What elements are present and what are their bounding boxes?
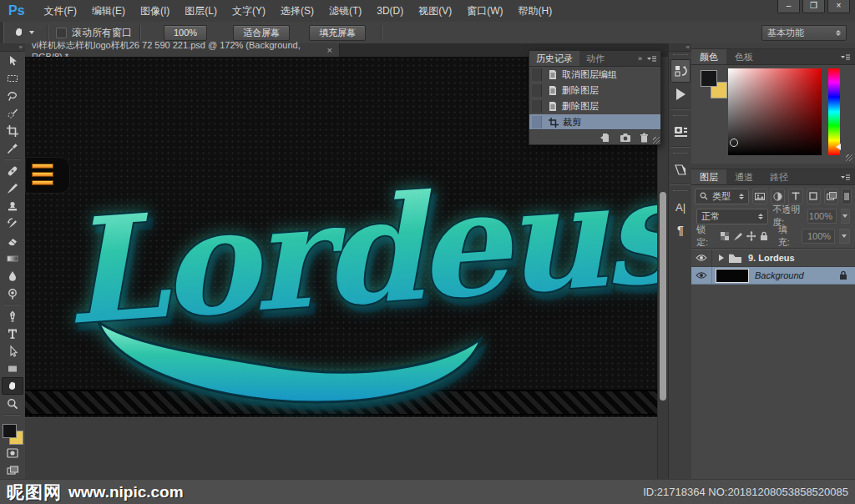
paragraph-panel-button[interactable]: ¶ <box>670 219 691 242</box>
rectangular-marquee-tool[interactable] <box>2 69 23 87</box>
history-source-checkbox[interactable] <box>532 100 542 113</box>
color-picker-marker[interactable] <box>730 139 738 147</box>
filter-type-select[interactable]: 类型 <box>695 189 749 204</box>
tools-collapse-handle[interactable]: » <box>0 43 25 52</box>
menu-layer[interactable]: 图层(L) <box>177 0 225 22</box>
dodge-tool[interactable] <box>2 285 23 302</box>
history-step[interactable]: 删除图层 <box>529 83 660 98</box>
history-step[interactable]: 取消图层编组 <box>529 67 660 83</box>
dock-drag-handle[interactable] <box>673 115 688 118</box>
workspace-selector[interactable]: 基本功能 <box>761 25 847 41</box>
layer-thumbnail[interactable] <box>716 269 749 283</box>
panel-drag-strip[interactable] <box>691 43 855 49</box>
history-panel-button[interactable] <box>670 59 691 83</box>
filter-toggle-switch[interactable] <box>842 189 852 204</box>
gradient-tool[interactable] <box>2 249 23 267</box>
path-selection-tool[interactable] <box>2 342 23 360</box>
dock-collapse-handle[interactable]: « <box>669 43 692 52</box>
history-brush-tool[interactable] <box>2 214 23 232</box>
menu-type[interactable]: 文字(Y) <box>225 0 273 22</box>
clone-stamp-tool[interactable] <box>2 197 23 214</box>
expand-panel-icon[interactable]: » <box>638 54 642 63</box>
minimize-button[interactable]: – <box>777 0 800 13</box>
menu-3d[interactable]: 3D(D) <box>369 0 411 22</box>
layer-row-group[interactable]: 9. Lordeus <box>691 249 855 267</box>
foreground-color-swatch[interactable] <box>3 424 17 438</box>
tab-paths[interactable]: 路径 <box>761 169 797 184</box>
eyedropper-tool[interactable] <box>2 139 23 157</box>
maximize-button[interactable]: ❐ <box>802 0 825 13</box>
eraser-tool[interactable] <box>2 232 23 249</box>
tab-layers[interactable]: 图层 <box>691 169 726 184</box>
tab-history[interactable]: 历史记录 <box>529 51 579 66</box>
history-source-checkbox[interactable] <box>532 116 542 129</box>
lock-position-icon[interactable] <box>746 231 756 241</box>
rectangle-tool[interactable] <box>2 360 23 377</box>
hand-tool[interactable] <box>2 377 23 395</box>
properties-panel-button[interactable] <box>670 158 691 181</box>
blend-mode-select[interactable]: 正常 <box>696 209 768 224</box>
filter-adjustment-layers-button[interactable] <box>771 189 785 204</box>
saturation-brightness-picker[interactable] <box>728 68 822 155</box>
spot-healing-brush-tool[interactable] <box>2 162 23 179</box>
lasso-tool[interactable] <box>2 87 23 104</box>
menu-filter[interactable]: 滤镜(T) <box>321 0 369 22</box>
panel-resize-grip[interactable] <box>846 154 852 161</box>
history-source-checkbox[interactable] <box>532 68 542 81</box>
visibility-toggle[interactable] <box>691 267 712 284</box>
filter-smart-objects-button[interactable] <box>824 189 838 204</box>
crop-tool[interactable] <box>2 122 23 139</box>
scrollbar-thumb[interactable] <box>660 192 666 401</box>
layer-row-background-selected[interactable]: Background <box>691 267 855 285</box>
new-document-from-state-icon[interactable] <box>600 133 611 143</box>
actions-panel-button[interactable] <box>670 83 691 106</box>
expand-group-icon[interactable] <box>719 255 724 261</box>
history-step-selected[interactable]: 裁剪 <box>529 114 660 130</box>
menu-edit[interactable]: 编辑(E) <box>84 0 133 22</box>
opacity-value[interactable]: 100% <box>807 209 837 224</box>
tab-swatches[interactable]: 色板 <box>726 49 761 64</box>
lock-all-icon[interactable] <box>760 231 767 241</box>
panel-menu-icon[interactable] <box>646 55 657 63</box>
menu-view[interactable]: 视图(V) <box>411 0 459 22</box>
lock-transparency-icon[interactable] <box>720 231 729 241</box>
menu-select[interactable]: 选择(S) <box>273 0 321 22</box>
tab-channels[interactable]: 通道 <box>726 169 761 184</box>
dock-drag-handle[interactable] <box>673 190 688 194</box>
blur-tool[interactable] <box>2 267 23 285</box>
filter-pixel-layers-button[interactable] <box>752 189 766 204</box>
hand-tool-option[interactable] <box>4 26 39 39</box>
quick-selection-tool[interactable] <box>2 104 23 122</box>
foreground-color-swatch[interactable] <box>701 70 717 87</box>
panel-resize-grip[interactable] <box>653 137 660 144</box>
close-button[interactable]: × <box>827 0 850 13</box>
hue-slider-marker[interactable] <box>836 144 841 150</box>
fill-dropdown[interactable] <box>839 229 850 244</box>
history-source-checkbox[interactable] <box>532 84 542 97</box>
tab-close-icon[interactable]: × <box>327 45 332 55</box>
tab-actions[interactable]: 动作 <box>579 51 611 66</box>
history-step[interactable]: 删除图层 <box>529 98 660 114</box>
lock-pixels-brush-icon[interactable] <box>733 231 742 241</box>
brush-tool[interactable] <box>2 179 23 197</box>
delete-trash-icon[interactable] <box>640 133 649 143</box>
menu-file[interactable]: 文件(F) <box>37 0 84 22</box>
filter-shape-layers-button[interactable] <box>807 189 821 204</box>
clone-source-panel-button[interactable] <box>670 120 691 144</box>
fill-value[interactable]: 100% <box>802 229 836 244</box>
screen-mode-button[interactable] <box>2 461 23 479</box>
filter-type-layers-button[interactable] <box>788 189 802 204</box>
tab-color[interactable]: 颜色 <box>691 49 726 64</box>
move-tool[interactable] <box>2 52 23 69</box>
dock-drag-handle[interactable] <box>673 54 688 58</box>
menu-help[interactable]: 帮助(H) <box>511 0 560 22</box>
quick-mask-button[interactable] <box>2 444 23 461</box>
menu-image[interactable]: 图像(I) <box>133 0 177 22</box>
panel-menu-icon[interactable] <box>840 53 851 61</box>
dock-drag-handle[interactable] <box>673 153 688 156</box>
opacity-dropdown[interactable] <box>841 209 850 224</box>
zoom-tool[interactable] <box>2 395 23 412</box>
character-panel-button[interactable]: A| <box>670 195 691 219</box>
panel-drag-strip[interactable] <box>691 164 855 169</box>
pen-tool[interactable] <box>2 307 23 325</box>
